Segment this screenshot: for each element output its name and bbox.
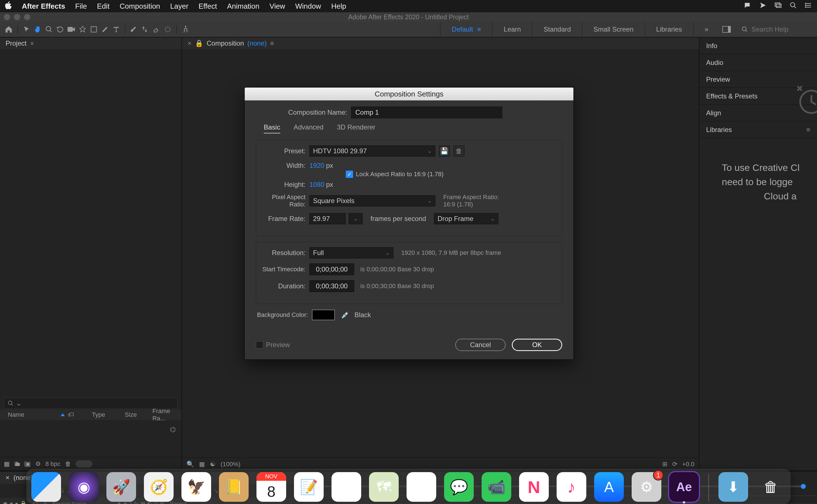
- pan-behind-tool-icon[interactable]: [78, 25, 87, 34]
- project-search-pill[interactable]: [76, 460, 92, 468]
- workspace-libraries[interactable]: Libraries: [645, 22, 693, 37]
- brush-tool-icon[interactable]: [129, 25, 139, 34]
- apple-menu-icon[interactable]: [5, 1, 12, 11]
- dock-trash[interactable]: 🗑: [756, 472, 786, 502]
- help-search-input[interactable]: [752, 25, 813, 33]
- dock-calendar[interactable]: NOV8: [257, 472, 286, 502]
- flowchart-icon[interactable]: ⌬: [170, 426, 176, 434]
- menu-edit[interactable]: Edit: [97, 2, 110, 11]
- spotlight-icon[interactable]: [790, 2, 797, 11]
- panel-toggle-icon[interactable]: [722, 25, 731, 34]
- region-icon[interactable]: ⊞: [662, 461, 667, 468]
- dock-siri[interactable]: ◉: [69, 472, 98, 502]
- dock-contacts[interactable]: 📒: [219, 472, 249, 502]
- dock-reminders[interactable]: ☑︎: [332, 472, 361, 502]
- rotate-tool-icon[interactable]: [55, 25, 65, 34]
- notifications-icon[interactable]: [744, 2, 752, 11]
- par-select[interactable]: Square Pixels⌄: [309, 195, 435, 206]
- framerate-input[interactable]: 29.97: [309, 213, 346, 224]
- dock-aftereffects[interactable]: Ae: [669, 472, 699, 502]
- workspace-standard[interactable]: Standard: [532, 22, 582, 37]
- comp-name-input[interactable]: [351, 107, 502, 118]
- preview-checkbox[interactable]: [256, 341, 263, 348]
- label-col-icon[interactable]: 🏷: [68, 411, 74, 418]
- workspace-default[interactable]: Default ≡: [440, 22, 492, 37]
- dock-photos[interactable]: ✿: [407, 472, 436, 502]
- selection-tool-icon[interactable]: [22, 25, 31, 34]
- tab-advanced[interactable]: Advanced: [294, 123, 324, 133]
- dock-finder[interactable]: [31, 472, 61, 502]
- tab-basic[interactable]: Basic: [264, 123, 280, 133]
- refresh-icon[interactable]: ⟳: [672, 461, 677, 468]
- height-input[interactable]: 1080: [309, 181, 324, 189]
- workspace-learn[interactable]: Learn: [492, 22, 532, 37]
- res-icon[interactable]: ▦: [199, 461, 205, 468]
- menu-window[interactable]: Window: [295, 2, 321, 11]
- dock-maps[interactable]: 🗺: [369, 472, 399, 502]
- workspace-more[interactable]: »: [693, 22, 720, 37]
- camera-tool-icon[interactable]: [67, 25, 76, 34]
- shape-tool-icon[interactable]: [89, 25, 98, 34]
- dock-messages[interactable]: 💬: [444, 472, 474, 502]
- pen-tool-icon[interactable]: [100, 25, 110, 34]
- sort-asc-icon[interactable]: [60, 413, 65, 416]
- comp-name[interactable]: (none): [247, 39, 267, 47]
- dock-notes[interactable]: 📝: [294, 472, 324, 502]
- cancel-button[interactable]: Cancel: [455, 339, 506, 351]
- project-panel-menu-icon[interactable]: ≡: [30, 40, 34, 47]
- panel-libraries[interactable]: Libraries≡: [700, 121, 817, 138]
- dock-appstore[interactable]: A: [594, 472, 624, 502]
- dock-settings[interactable]: ⚙︎1: [632, 472, 661, 502]
- project-search[interactable]: ⌄: [4, 398, 177, 409]
- dock-safari[interactable]: 🧭: [144, 472, 173, 502]
- bg-color-swatch[interactable]: [312, 310, 335, 320]
- eraser-tool-icon[interactable]: [152, 25, 161, 34]
- brackets-icon[interactable]: {: [24, 460, 26, 467]
- menu-file[interactable]: File: [75, 2, 87, 11]
- panel-info[interactable]: Info: [700, 37, 817, 54]
- lock-icon[interactable]: 🔒: [195, 39, 203, 47]
- width-input[interactable]: 1920: [309, 162, 324, 169]
- dock-launchpad[interactable]: 🚀: [106, 472, 136, 502]
- hand-tool-icon[interactable]: [33, 25, 43, 34]
- project-settings-icon[interactable]: ⚙: [35, 460, 41, 468]
- framerate-chevron[interactable]: ⌄: [349, 213, 363, 224]
- resolution-select[interactable]: Full⌄: [309, 247, 393, 258]
- render-queue-icon[interactable]: ⏵: [3, 460, 9, 467]
- zoom-tool-icon[interactable]: [44, 25, 54, 34]
- magnify-icon[interactable]: 🔍: [186, 461, 194, 468]
- duration-input[interactable]: [309, 280, 354, 292]
- lock-aspect-checkbox[interactable]: ✓: [346, 171, 353, 178]
- menu-effect[interactable]: Effect: [198, 2, 217, 11]
- panel-audio[interactable]: Audio: [700, 54, 817, 71]
- bpc-label[interactable]: 8 bpc: [45, 460, 60, 468]
- zoom-value[interactable]: (100%): [221, 461, 241, 468]
- workspace-small-screen[interactable]: Small Screen: [582, 22, 645, 37]
- text-tool-icon[interactable]: [111, 25, 121, 34]
- dock-facetime[interactable]: 📹: [482, 472, 511, 502]
- preset-select[interactable]: HDTV 1080 29.97⌄: [309, 145, 435, 157]
- close-tab-icon[interactable]: ×: [187, 39, 191, 47]
- project-panel-tab[interactable]: Project ≡: [0, 37, 181, 49]
- app-name[interactable]: After Effects: [22, 2, 65, 11]
- expand-icon[interactable]: ⇱: [14, 460, 19, 467]
- ok-button[interactable]: OK: [512, 339, 562, 351]
- dock-news[interactable]: N: [519, 472, 549, 502]
- displays-icon[interactable]: [774, 2, 782, 11]
- dock-mail[interactable]: 🦅: [181, 472, 211, 502]
- save-preset-icon[interactable]: 💾: [439, 145, 450, 157]
- menu-view[interactable]: View: [270, 2, 285, 11]
- share-icon[interactable]: [759, 2, 767, 11]
- puppet-tool-icon[interactable]: [181, 25, 190, 34]
- menu-layer[interactable]: Layer: [170, 2, 188, 11]
- menu-help[interactable]: Help: [331, 2, 346, 11]
- delete-preset-icon[interactable]: 🗑: [453, 145, 464, 157]
- alpha-icon[interactable]: ☯: [210, 461, 216, 468]
- clone-tool-icon[interactable]: [140, 25, 150, 34]
- new-comp-icon[interactable]: ▣: [25, 460, 31, 468]
- home-icon[interactable]: [4, 25, 13, 34]
- dock-music[interactable]: ♪: [556, 472, 586, 502]
- delete-icon[interactable]: 🗑: [65, 460, 71, 468]
- dock-downloads[interactable]: ⬇︎: [719, 472, 748, 502]
- comp-panel-menu-icon[interactable]: ≡: [270, 39, 274, 47]
